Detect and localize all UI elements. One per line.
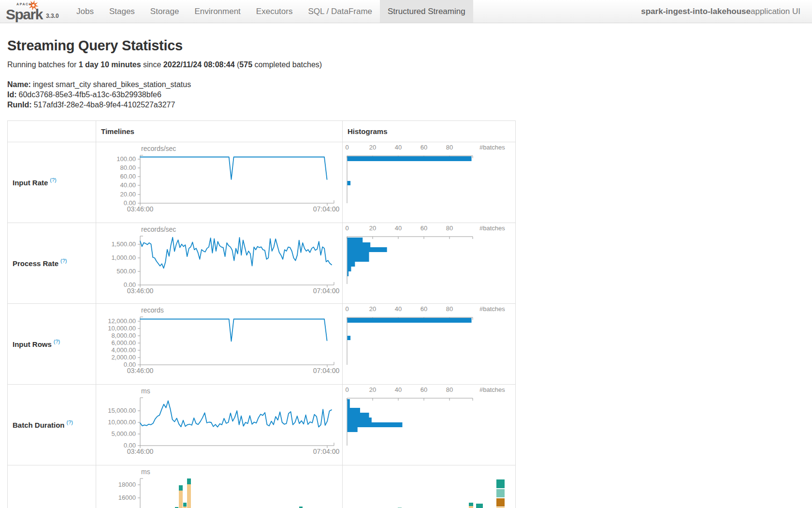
svg-text:1,000.00: 1,000.00	[111, 254, 136, 261]
svg-text:03:46:00: 03:46:00	[127, 205, 154, 213]
svg-text:40: 40	[395, 386, 402, 393]
input-rows-timeline-chart: records12,000.0010,000.008,000.006,000.0…	[96, 304, 342, 384]
svg-text:40: 40	[395, 305, 402, 313]
spark-logo[interactable]: APACHE Spark 3.3.0	[0, 0, 60, 23]
svg-text:18000: 18000	[118, 481, 136, 488]
row-label-process-rate: Process Rate(?)	[8, 223, 96, 303]
process-rate-timeline-chart: records/sec1,500.001,000.00500.000.0003:…	[96, 223, 342, 303]
application-name: spark-ingest-into-lakehouse	[641, 7, 751, 16]
metric-row-operation-duration: ms180001600014000	[8, 465, 515, 508]
svg-text:03:46:00: 03:46:00	[127, 287, 154, 295]
svg-text:ms: ms	[141, 468, 150, 476]
input-rows-histogram-chart: 020406080#batches	[343, 304, 515, 384]
svg-text:records/sec: records/sec	[141, 225, 176, 233]
svg-text:ms: ms	[141, 387, 150, 395]
svg-text:60: 60	[420, 144, 427, 151]
svg-text:07:04:00: 07:04:00	[313, 287, 340, 295]
input-rate-timeline-chart: records/sec100.0080.0060.0040.0020.000.0…	[96, 142, 342, 223]
svg-text:20.00: 20.00	[120, 191, 136, 198]
svg-text:03:46:00: 03:46:00	[127, 367, 154, 374]
row-label-text: Input Rows	[13, 340, 52, 348]
svg-text:07:04:00: 07:04:00	[313, 367, 340, 374]
svg-text:80.00: 80.00	[120, 164, 136, 171]
svg-text:60.00: 60.00	[120, 173, 136, 180]
svg-text:20: 20	[369, 386, 376, 393]
svg-text:07:04:00: 07:04:00	[313, 205, 340, 213]
svg-text:records: records	[141, 306, 164, 314]
svg-text:10,000.00: 10,000.00	[108, 418, 136, 426]
running-duration: 1 day 10 minutes	[79, 60, 141, 69]
svg-text:0: 0	[345, 305, 348, 313]
operation-duration-timeline-chart: ms180001600014000	[96, 465, 342, 508]
nav-tab-jobs[interactable]: Jobs	[69, 0, 102, 23]
svg-text:2,000.00: 2,000.00	[111, 354, 136, 361]
nav-tab-stages[interactable]: Stages	[102, 0, 143, 23]
svg-text:20: 20	[369, 144, 376, 151]
metric-row-input-rows: Input Rows(?)records12,000.0010,000.008,…	[8, 304, 515, 385]
svg-text:20: 20	[369, 305, 376, 313]
start-timestamp: 2022/11/24 08:08:44	[163, 60, 235, 69]
row-label-batch-duration: Batch Duration(?)	[8, 385, 96, 465]
svg-text:6,000.00: 6,000.00	[111, 339, 136, 346]
process-rate-help-link[interactable]: (?)	[60, 258, 67, 264]
svg-text:0: 0	[345, 224, 348, 232]
row-label-text: Batch Duration	[13, 421, 65, 429]
query-metadata: Name:ingest smart_city shared_bikes_stat…	[7, 79, 805, 110]
svg-text:40.00: 40.00	[120, 181, 136, 189]
nav-tab-executors[interactable]: Executors	[248, 0, 301, 23]
svg-text:20: 20	[369, 224, 376, 232]
svg-text:#batches: #batches	[479, 144, 505, 151]
svg-text:07:04:00: 07:04:00	[313, 448, 340, 455]
svg-text:0: 0	[345, 386, 348, 393]
query-run-id: RunId:517afd3f-28e2-4ba8-9fe4-4102527a32…	[7, 100, 805, 110]
svg-text:#batches: #batches	[479, 224, 505, 232]
metric-row-process-rate: Process Rate(?)records/sec1,500.001,000.…	[8, 223, 515, 304]
svg-text:80: 80	[446, 144, 453, 151]
column-header-metric	[8, 121, 96, 142]
svg-text:80: 80	[446, 224, 453, 232]
top-nav: APACHE Spark 3.3.0 JobsStagesStorageEnvi…	[0, 0, 812, 23]
row-label-input-rate: Input Rate(?)	[8, 142, 96, 223]
svg-text:#batches: #batches	[479, 386, 505, 393]
svg-text:records/sec: records/sec	[141, 145, 176, 152]
metric-row-input-rate: Input Rate(?)records/sec100.0080.0060.00…	[8, 142, 515, 223]
row-label-operation-duration	[8, 465, 96, 508]
svg-text:1,500.00: 1,500.00	[111, 240, 136, 248]
svg-text:60: 60	[420, 386, 427, 393]
svg-text:5,000.00: 5,000.00	[111, 430, 136, 437]
svg-text:0: 0	[345, 144, 348, 151]
svg-text:100.00: 100.00	[116, 155, 136, 163]
svg-text:60: 60	[420, 305, 427, 313]
metric-row-batch-duration: Batch Duration(?)ms15,000.0010,000.005,0…	[8, 385, 515, 465]
svg-text:80: 80	[446, 386, 453, 393]
table-header-row: Timelines Histograms	[8, 121, 515, 142]
page-title: Streaming Query Statistics	[7, 38, 805, 54]
column-header-histograms: Histograms	[343, 121, 515, 142]
svg-text:16000: 16000	[118, 494, 136, 501]
query-id: Id:60dc3768-85e3-4fb5-a13c-63b29938bfe6	[7, 90, 805, 100]
svg-text:8,000.00: 8,000.00	[111, 332, 136, 339]
svg-text:500.00: 500.00	[116, 268, 136, 275]
nav-tab-storage[interactable]: Storage	[143, 0, 187, 23]
svg-text:40: 40	[395, 144, 402, 151]
running-batches-summary: Running batches for 1 day 10 minutes sin…	[7, 60, 805, 69]
input-rate-help-link[interactable]: (?)	[50, 177, 56, 183]
svg-text:40: 40	[395, 224, 402, 232]
svg-text:60: 60	[420, 224, 427, 232]
batch-duration-help-link[interactable]: (?)	[67, 419, 73, 425]
svg-text:4,000.00: 4,000.00	[111, 346, 136, 354]
row-label-text: Input Rate	[13, 179, 48, 187]
completed-batch-count: 575	[239, 60, 252, 69]
nav-tabs: JobsStagesStorageEnvironmentExecutorsSQL…	[69, 0, 473, 23]
svg-text:03:46:00: 03:46:00	[127, 448, 154, 455]
svg-text:15,000.00: 15,000.00	[108, 407, 136, 414]
statistics-table: Timelines Histograms Input Rate(?)record…	[7, 120, 516, 508]
nav-tab-sql-dataframe[interactable]: SQL / DataFrame	[300, 0, 380, 23]
nav-tab-environment[interactable]: Environment	[187, 0, 248, 23]
svg-text:10,000.00: 10,000.00	[108, 325, 136, 332]
row-label-input-rows: Input Rows(?)	[8, 304, 96, 384]
spark-version: 3.3.0	[46, 13, 59, 19]
svg-text:80: 80	[446, 305, 453, 313]
nav-tab-structured-streaming[interactable]: Structured Streaming	[380, 0, 473, 23]
input-rows-help-link[interactable]: (?)	[54, 339, 60, 344]
